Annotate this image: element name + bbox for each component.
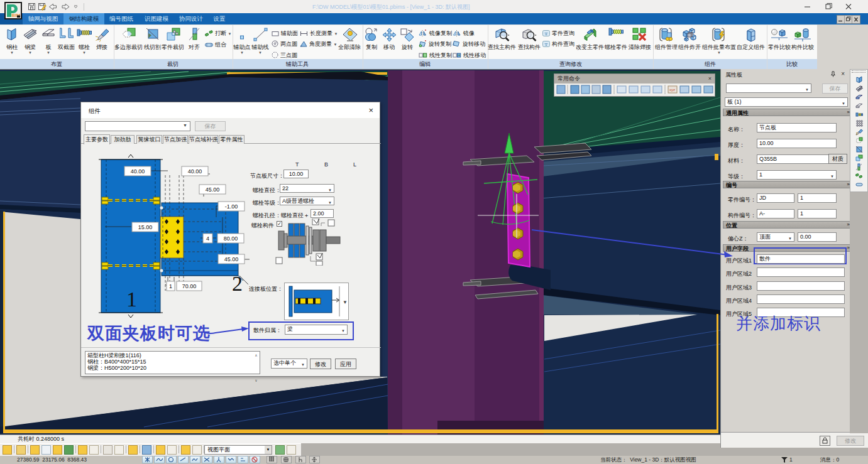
svg-text:-1.00: -1.00 [225,203,238,210]
svg-text:B: B [324,161,328,168]
svg-text:45.00: 45.00 [206,186,220,193]
svg-text:40.00: 40.00 [131,168,145,175]
svg-text:2: 2 [232,272,243,295]
svg-text:45.00: 45.00 [224,256,239,262]
svg-text:xyz: xyz [669,88,675,92]
svg-text:40.00: 40.00 [188,168,202,175]
svg-text:70.00: 70.00 [182,283,197,289]
svg-text:1: 1 [126,288,137,311]
svg-text:L: L [353,161,356,168]
svg-text:80.00: 80.00 [224,235,238,242]
svg-text:15.00: 15.00 [138,224,153,230]
svg-text:T: T [295,161,299,168]
svg-text:1: 1 [169,283,172,289]
svg-text:▼: ▼ [343,299,348,305]
svg-text:4: 4 [206,235,209,242]
